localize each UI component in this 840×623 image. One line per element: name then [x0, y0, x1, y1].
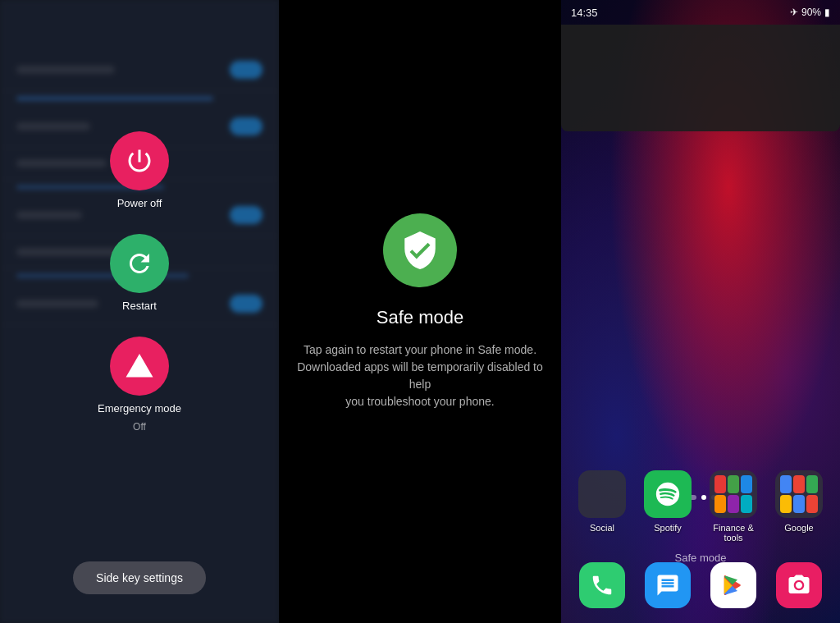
play-store-icon — [710, 562, 756, 608]
finance-label: Finance & tools — [704, 523, 763, 543]
app-social[interactable]: Social — [573, 470, 632, 533]
status-time: 14:35 — [571, 7, 598, 19]
play-store-symbol — [721, 573, 746, 598]
messages-symbol — [655, 573, 680, 598]
spotify-logo — [654, 480, 682, 508]
side-key-button[interactable]: Side key settings — [73, 561, 206, 594]
camera-symbol — [787, 573, 811, 598]
spotify-label: Spotify — [654, 523, 682, 533]
safe-mode-title: Safe mode — [377, 307, 463, 328]
status-icons: ✈ 90% ▮ — [790, 7, 830, 18]
dock — [561, 556, 840, 615]
power-off-icon[interactable] — [110, 131, 169, 190]
emergency-sublabel: Off — [133, 421, 146, 433]
airplane-icon: ✈ — [790, 7, 798, 18]
dock-play-store[interactable] — [710, 562, 756, 608]
dock-messages[interactable] — [645, 562, 691, 608]
spotify-icon — [644, 470, 692, 518]
messages-icon — [645, 562, 691, 608]
middle-panel: Safe mode Tap again to restart your phon… — [279, 0, 561, 623]
phone-symbol — [590, 573, 614, 598]
safe-mode-icon[interactable] — [383, 213, 457, 287]
google-label: Google — [784, 523, 813, 533]
google-icon — [775, 470, 823, 518]
emergency-item[interactable]: Emergency mode Off — [98, 337, 181, 433]
app-grid: Social Spotify — [561, 456, 840, 557]
safe-mode-description: Tap again to restart your phone in Safe … — [295, 341, 545, 410]
power-symbol — [125, 146, 154, 176]
battery-icon: ▮ — [824, 7, 830, 18]
power-menu: Power off Restart Emergency mode Off — [0, 0, 279, 623]
app-google[interactable]: Google — [769, 470, 829, 533]
restart-icon[interactable] — [110, 234, 169, 293]
power-off-item[interactable]: Power off — [110, 131, 169, 209]
emergency-label: Emergency mode — [98, 402, 181, 415]
app-finance[interactable]: Finance & tools — [704, 470, 763, 543]
right-panel: 14:35 ✈ 90% ▮ Socia — [561, 0, 840, 623]
dock-camera[interactable] — [776, 562, 822, 608]
emergency-icon[interactable] — [110, 337, 169, 396]
restart-label: Restart — [122, 300, 157, 312]
left-panel: Power off Restart Emergency mode Off Sid… — [0, 0, 279, 623]
shield-check-icon — [399, 230, 441, 271]
app-row-1: Social Spotify — [569, 464, 832, 549]
camera-icon — [776, 562, 822, 608]
phone-icon — [579, 562, 625, 608]
notification-shade — [561, 25, 840, 131]
battery-percentage: 90% — [801, 7, 821, 18]
finance-icon — [710, 470, 757, 518]
app-spotify[interactable]: Spotify — [638, 470, 697, 533]
restart-symbol — [125, 249, 154, 278]
dock-phone[interactable] — [579, 562, 625, 608]
status-bar: 14:35 ✈ 90% ▮ — [561, 0, 840, 25]
restart-item[interactable]: Restart — [110, 234, 169, 312]
power-off-label: Power off — [117, 197, 162, 209]
social-icon — [578, 470, 626, 518]
emergency-symbol — [125, 351, 154, 381]
social-label: Social — [590, 523, 614, 533]
